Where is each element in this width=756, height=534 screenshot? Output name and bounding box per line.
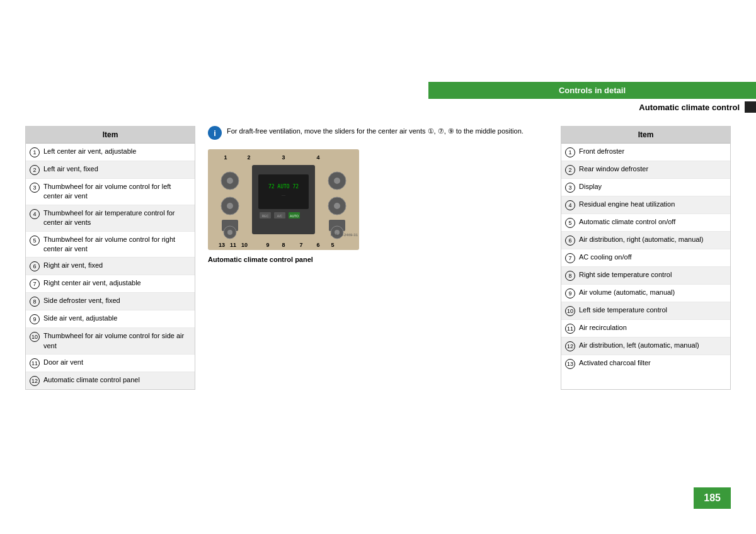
row-number: 1	[565, 147, 575, 157]
left-table-row: 3Thumbwheel for air volume control for l…	[26, 179, 195, 205]
svg-text:8: 8	[282, 242, 285, 248]
svg-text:5: 5	[331, 242, 334, 248]
row-text: Thumbwheel for air temperature control f…	[43, 208, 191, 228]
svg-text:---: ---	[282, 193, 285, 197]
black-box-icon	[745, 101, 756, 113]
left-table-row: 8Side defroster vent, fixed	[26, 293, 195, 310]
row-text: Air volume (automatic, manual)	[579, 288, 675, 297]
svg-text:6: 6	[316, 242, 319, 248]
left-table-row: 1Left center air vent, adjustable	[26, 144, 195, 161]
svg-point-19	[334, 178, 340, 184]
info-icon: i	[208, 126, 222, 140]
row-number: 8	[30, 297, 40, 307]
svg-rect-2	[258, 174, 309, 209]
row-text: Rear window defroster	[579, 164, 648, 174]
right-table-row: 11Air recirculation	[561, 320, 730, 338]
row-number: 6	[30, 261, 40, 271]
row-text: Display	[579, 182, 602, 191]
row-text: Thumbwheel for air volume control for le…	[43, 182, 191, 202]
row-number: 7	[565, 253, 575, 263]
row-number: 1	[30, 147, 40, 157]
left-table-row: 11Door air vent	[26, 355, 195, 372]
left-table: Item 1Left center air vent, adjustable2L…	[25, 126, 195, 390]
row-number: 10	[30, 332, 40, 342]
left-table-row: 12Automatic climate control panel	[26, 372, 195, 389]
row-number: 5	[565, 218, 575, 228]
svg-text:11: 11	[230, 242, 236, 248]
row-number: 6	[565, 236, 575, 246]
page-number: 185	[694, 487, 731, 509]
row-number: 3	[30, 183, 40, 193]
right-table-row: 6Air distribution, right (automatic, man…	[561, 232, 730, 249]
panel-container: 72 AUTO 72 --- REC A/C AUTO	[208, 149, 548, 263]
row-number: 10	[565, 306, 575, 316]
svg-point-14	[227, 203, 233, 209]
panel-caption: Automatic climate control panel	[208, 256, 548, 263]
row-text: Automatic climate control on/off	[579, 217, 675, 227]
row-text: Right air vent, fixed	[43, 261, 103, 270]
row-text: Activated charcoal filter	[579, 358, 651, 368]
row-text: Right side temperature control	[579, 270, 672, 280]
left-table-row: 10Thumbwheel for air volume control for …	[26, 328, 195, 355]
row-number: 12	[565, 341, 575, 351]
svg-text:REC: REC	[262, 214, 269, 218]
svg-text:4: 4	[316, 154, 319, 161]
right-table-row: 13Activated charcoal filter	[561, 355, 730, 372]
row-text: Front defroster	[579, 147, 624, 156]
right-table-body: 1Front defroster2Rear window defroster3D…	[561, 144, 730, 372]
svg-text:P83.40-2469-31: P83.40-2469-31	[331, 233, 358, 237]
row-text: Air recirculation	[579, 323, 627, 332]
row-number: 9	[30, 314, 40, 324]
right-table-row: 4Residual engine heat utilization	[561, 196, 730, 214]
row-number: 8	[565, 271, 575, 281]
right-table-row: 3Display	[561, 179, 730, 196]
left-table-body: 1Left center air vent, adjustable2Left a…	[26, 144, 195, 389]
row-text: AC cooling on/off	[579, 253, 632, 262]
left-table-row: 4Thumbwheel for air temperature control …	[26, 205, 195, 232]
auto-climate-title: Automatic climate control	[428, 101, 756, 113]
row-text: Left air vent, fixed	[43, 164, 98, 174]
row-number: 4	[30, 209, 40, 219]
content-area: Item 1Left center air vent, adjustable2L…	[0, 126, 756, 390]
row-text: Residual engine heat utilization	[579, 200, 675, 209]
row-number: 5	[30, 236, 40, 246]
svg-text:AUTO: AUTO	[290, 214, 299, 218]
auto-climate-label: Automatic climate control	[639, 103, 740, 112]
svg-point-21	[334, 203, 340, 209]
row-text: Air distribution, left (automatic, manua…	[579, 341, 699, 350]
row-number: 7	[30, 279, 40, 289]
row-text: Left side temperature control	[579, 305, 667, 315]
row-number: 3	[565, 183, 575, 193]
row-number: 4	[565, 200, 575, 210]
left-table-row: 2Left air vent, fixed	[26, 161, 195, 179]
svg-text:2: 2	[247, 154, 250, 161]
svg-text:7: 7	[299, 242, 302, 248]
row-text: Automatic climate control panel	[43, 375, 140, 385]
svg-text:13: 13	[219, 242, 225, 248]
row-text: Thumbwheel for air volume control for ri…	[43, 235, 191, 254]
row-text: Thumbwheel for air volume control for si…	[43, 331, 191, 351]
svg-text:3: 3	[282, 154, 285, 161]
panel-image: 72 AUTO 72 --- REC A/C AUTO	[208, 149, 359, 250]
svg-text:72 AUTO 72: 72 AUTO 72	[268, 184, 299, 190]
svg-text:9: 9	[266, 242, 269, 248]
row-number: 2	[30, 165, 40, 175]
row-text: Left center air vent, adjustable	[43, 147, 136, 156]
left-table-row: 6Right air vent, fixed	[26, 258, 195, 275]
info-box: i For draft-free ventilation, move the s…	[208, 126, 548, 140]
row-number: 11	[30, 358, 40, 368]
header-bar: Controls in detail Automatic climate con…	[428, 82, 756, 113]
info-text: For draft-free ventilation, move the sli…	[227, 126, 524, 140]
right-table-row: 5Automatic climate control on/off	[561, 214, 730, 232]
left-table-header: Item	[26, 127, 195, 144]
right-table-row: 10Left side temperature control	[561, 302, 730, 320]
row-number: 13	[565, 359, 575, 369]
row-text: Right center air vent, adjustable	[43, 278, 141, 288]
svg-text:10: 10	[241, 242, 248, 248]
row-number: 2	[565, 165, 575, 175]
right-table-row: 7AC cooling on/off	[561, 249, 730, 267]
right-table-header: Item	[561, 127, 730, 144]
row-text: Side defroster vent, fixed	[43, 296, 120, 305]
svg-point-17	[227, 230, 232, 235]
left-table-row: 9Side air vent, adjustable	[26, 310, 195, 328]
